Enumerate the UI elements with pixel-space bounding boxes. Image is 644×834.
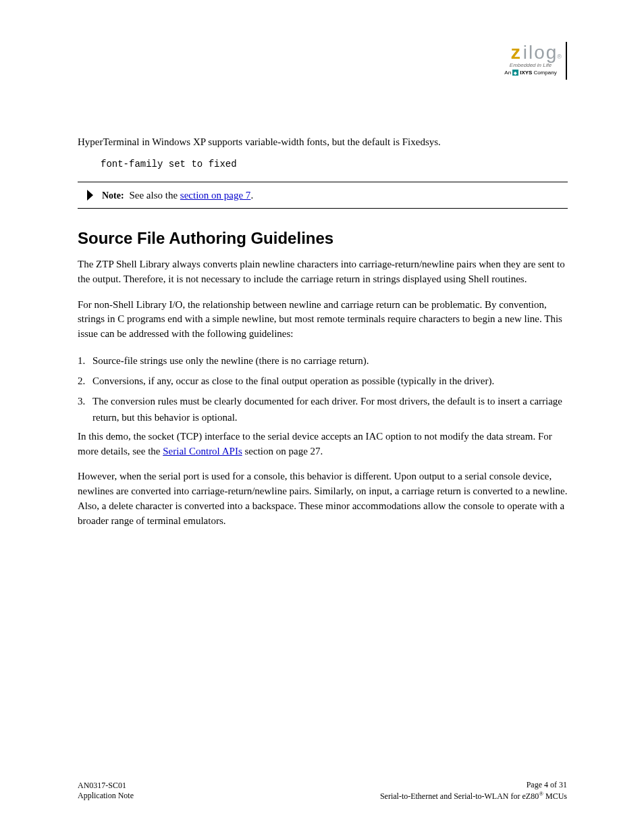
paragraph-4: However, when the serial port is used fo…	[78, 469, 568, 528]
body-text: The ZTP Shell Library always converts pl…	[78, 257, 568, 528]
note-block: Note: See also the section on page 7.	[78, 182, 568, 209]
logo-registered: ®	[557, 53, 562, 60]
company-an: An	[504, 70, 511, 76]
guideline-list: 1.Source-file strings use only the newli…	[78, 353, 568, 425]
list-item-text: The conversion rules must be clearly doc…	[92, 396, 562, 423]
list-item: 3.The conversion rules must be clearly d…	[78, 393, 568, 425]
footer-left: AN0317-SC01 Application Note	[78, 781, 134, 802]
paragraph-2: For non-Shell Library I/O, the relations…	[78, 298, 568, 342]
section-heading: Source File Authoring Guidelines	[78, 229, 568, 248]
code-line: font-family set to fixed	[78, 159, 568, 170]
serial-control-link[interactable]: Serial Control APIs	[163, 446, 242, 457]
footer-doc-title: Serial-to-Ethernet and Serial-to-WLAN fo…	[380, 790, 567, 802]
footer-page-num: Page 4 of 31	[380, 780, 567, 790]
page-content: HyperTerminal in Windows XP supports var…	[78, 135, 568, 539]
note-suffix: .	[250, 190, 253, 201]
paragraph-1: The ZTP Shell Library always converts pl…	[78, 257, 568, 287]
list-item-text: Source-file strings use only the newline…	[92, 355, 369, 366]
footer-doc-type: Application Note	[78, 791, 134, 802]
p3-b: section on page 27.	[242, 446, 323, 457]
svg-marker-0	[87, 190, 93, 201]
zilog-logo: z ilog ®	[500, 42, 562, 63]
list-item: 1.Source-file strings use only the newli…	[78, 353, 568, 369]
ixys-icon: ◆	[512, 70, 518, 76]
note-text: Note: See also the section on page 7.	[102, 190, 568, 201]
note-prefix: See also the	[129, 190, 180, 201]
company-rest: Company	[533, 70, 556, 76]
logo-letter-z: z	[511, 42, 522, 63]
list-item-text: Conversions, if any, occur as close to t…	[92, 375, 494, 386]
footer-doc-id: AN0317-SC01	[78, 781, 134, 791]
brand-header: z ilog ® Embedded in Life An ◆ IXYS Comp…	[500, 42, 567, 80]
note-label: Note:	[102, 190, 124, 201]
footer-right: Page 4 of 31 Serial-to-Ethernet and Seri…	[380, 780, 567, 802]
company-line: An ◆ IXYS Company	[500, 70, 562, 76]
intro-paragraph: HyperTerminal in Windows XP supports var…	[78, 135, 568, 149]
paragraph-3: In this demo, the socket (TCP) interface…	[78, 429, 568, 459]
list-item: 2.Conversions, if any, occur as close to…	[78, 373, 568, 389]
note-arrow-icon	[78, 189, 102, 201]
company-ixys: IXYS	[520, 70, 532, 76]
note-link[interactable]: section on page 7	[180, 190, 251, 201]
logo-rest: ilog	[523, 42, 558, 63]
